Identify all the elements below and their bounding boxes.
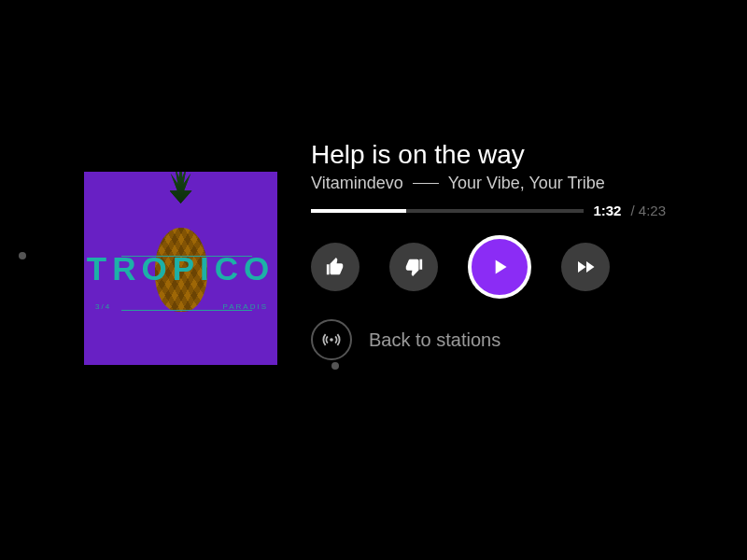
thumbs-down-button[interactable] <box>389 243 438 291</box>
station-name: Your Vibe, Your Tribe <box>448 174 605 193</box>
now-playing-panel: TROPICO 3/4 PARADIS Help is on the way V… <box>84 140 666 365</box>
album-title-text: TROPICO <box>87 250 275 287</box>
thumbs-up-icon <box>325 257 345 277</box>
time-elapsed: 1:32 <box>593 203 621 218</box>
separator-dash <box>413 183 439 185</box>
track-subline: Vitamindevo Your Vibe, Your Tribe <box>311 174 666 193</box>
fast-forward-icon <box>574 256 597 278</box>
pager-dot-left <box>19 252 26 259</box>
stations-icon-circle <box>311 319 352 360</box>
album-art[interactable]: TROPICO 3/4 PARADIS <box>84 172 277 365</box>
back-to-stations-label: Back to stations <box>369 329 500 351</box>
progress-row: 1:32 / 4:23 <box>311 203 666 218</box>
artist-name: Vitamindevo <box>311 174 403 193</box>
progress-fill <box>311 209 406 213</box>
play-icon <box>487 255 512 279</box>
broadcast-icon <box>321 329 342 350</box>
track-metadata: Help is on the way Vitamindevo Your Vibe… <box>311 140 666 360</box>
time-total: / 4:23 <box>630 203 666 218</box>
album-subtext-left: 3/4 <box>95 302 111 311</box>
back-to-stations-row[interactable]: Back to stations <box>311 319 666 360</box>
thumbs-down-icon <box>403 257 424 277</box>
skip-forward-button[interactable] <box>561 243 610 291</box>
play-button[interactable] <box>468 235 531 299</box>
album-subtext-right: PARADIS <box>222 302 268 311</box>
thumbs-up-button[interactable] <box>311 243 359 291</box>
track-title: Help is on the way <box>311 140 666 170</box>
svg-point-0 <box>330 338 333 342</box>
progress-bar[interactable] <box>311 209 584 213</box>
playback-controls <box>311 235 666 299</box>
time-total-value: 4:23 <box>639 203 666 218</box>
